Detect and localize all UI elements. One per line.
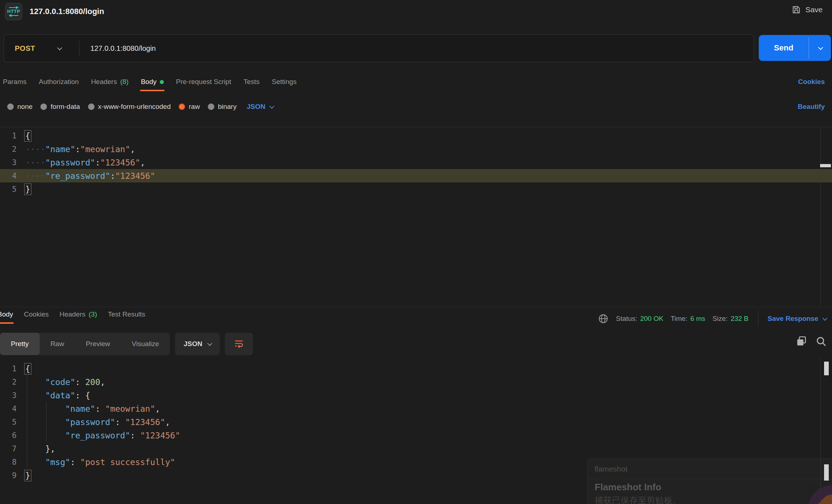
radio-icon[interactable] [88,103,95,110]
code-token: "name" [65,404,95,414]
send-button[interactable]: Send [759,35,831,61]
view-preview[interactable]: Preview [75,333,121,355]
search-icon[interactable] [815,336,827,347]
tab-headers[interactable]: Headers(8) [91,78,128,91]
mode-binary[interactable]: binary [208,103,237,111]
code-token: : [75,145,80,154]
code-token: : [70,457,80,467]
radio-icon[interactable] [40,103,47,110]
code-token: "meowrian" [105,404,155,414]
code-line[interactable]: 3····"password":"123456", [0,156,832,169]
tab-tests[interactable]: Tests [244,78,259,91]
mode-x-www-form-urlencoded[interactable]: x-www-form-urlencoded [88,103,171,111]
tab-pre-request-script[interactable]: Pre-request Script [176,78,231,91]
chevron-down-icon [822,316,827,321]
mode-raw[interactable]: raw [179,103,200,111]
code-line[interactable]: 1{ [0,362,832,375]
globe-icon[interactable] [598,313,609,324]
code-token: ···· [25,171,45,181]
time-pair: Time: 6 ms [671,315,705,323]
tab-body[interactable]: Body [141,78,163,91]
code-content[interactable]: "password": "123456", [17,417,170,427]
code-line[interactable]: 4 "name": "meowrian", [0,402,832,415]
code-token: "password" [45,158,95,167]
code-content[interactable]: "msg": "post successfully" [17,457,175,467]
wrap-lines-button[interactable] [225,333,253,355]
code-content[interactable]: "code": 200, [17,377,105,387]
code-line[interactable]: 1{ [0,129,832,142]
code-content[interactable]: } [17,185,30,194]
code-line[interactable]: 7 }, [0,442,832,455]
status-value: 200 OK [640,315,663,323]
code-token: { [25,364,30,373]
view-pretty[interactable]: Pretty [0,333,40,355]
send-options-chevron-icon[interactable] [809,35,831,61]
save-button[interactable]: Save [792,5,823,14]
floppy-save-icon [792,5,801,14]
code-token [25,377,45,387]
code-content[interactable]: { [17,364,30,373]
code-token [25,431,65,440]
flameshot-divider [587,479,832,479]
code-content[interactable]: "re_password": "123456" [17,431,180,440]
code-content[interactable]: "data": { [17,391,90,400]
radio-icon[interactable] [208,103,214,110]
send-button-label[interactable]: Send [759,35,809,61]
code-token: : [130,431,140,440]
chevron-down-icon [207,341,212,346]
code-token: , [140,158,145,167]
code-token: } [25,185,30,194]
code-content[interactable]: ····"re_password":"123456" [17,171,155,181]
save-response-button[interactable]: Save Response [768,315,826,323]
code-token: "meowrian" [80,145,130,154]
code-line[interactable]: 5 "password": "123456", [0,415,832,429]
code-line[interactable]: 3 "data": { [0,389,832,402]
code-line[interactable]: 2 "code": 200, [0,375,832,389]
response-tab-test-results[interactable]: Test Results [108,310,145,324]
cookies-link[interactable]: Cookies [798,78,825,86]
save-button-label: Save [805,5,823,14]
code-token [25,417,65,427]
response-tab-headers[interactable]: Headers(3) [60,310,97,324]
view-visualize[interactable]: Visualize [121,333,170,355]
request-scroll-marker[interactable] [820,164,831,167]
response-tab-body[interactable]: Body [0,310,13,324]
indent-guide [46,402,47,442]
request-tabs: Params Authorization Headers(8) Body Pre… [3,78,297,91]
code-line[interactable]: 6 "re_password": "123456" [0,429,832,442]
tab-params[interactable]: Params [3,78,26,91]
mode-none[interactable]: none [7,103,32,111]
tab-settings[interactable]: Settings [272,78,297,91]
radio-icon[interactable] [7,103,14,110]
code-token: "post successfully" [80,457,175,467]
tab-authorization[interactable]: Authorization [39,78,79,91]
code-token: "re_password" [65,431,130,440]
method-selector[interactable]: POST [15,44,35,53]
code-content[interactable]: } [17,471,30,480]
code-line[interactable]: 2····"name":"meowrian", [0,142,832,156]
code-content[interactable]: ····"password":"123456", [17,158,145,167]
request-editor-overview-ruler[interactable] [820,127,821,307]
response-format-dropdown[interactable]: JSON [175,333,220,355]
method-dropdown-chevron-icon[interactable] [57,45,61,52]
view-raw[interactable]: Raw [40,333,75,355]
code-line[interactable]: 4····"re_password":"123456" [0,169,832,182]
code-token [25,444,45,454]
copy-icon[interactable] [795,335,807,348]
code-content[interactable]: }, [17,444,55,454]
beautify-link[interactable]: Beautify [798,103,825,111]
url-input[interactable]: 127.0.0.1:8080/login [90,44,156,53]
code-content[interactable]: ····"name":"meowrian", [17,145,135,154]
request-body-editor[interactable]: 1{2····"name":"meowrian",3····"password"… [0,127,832,309]
raw-language-dropdown[interactable]: JSON [247,103,273,111]
response-scrollbar-thumb[interactable] [824,362,829,375]
response-scrollbar-thumb[interactable] [824,464,829,481]
radio-selected-icon[interactable] [179,103,185,110]
response-tab-cookies[interactable]: Cookies [24,310,49,324]
code-content[interactable]: "name": "meowrian", [17,404,160,414]
code-content[interactable]: { [17,131,30,141]
response-editor-overview-ruler[interactable] [820,357,821,504]
mode-form-data[interactable]: form-data [40,103,80,111]
code-token: : [95,158,100,167]
code-line[interactable]: 5} [0,182,832,196]
